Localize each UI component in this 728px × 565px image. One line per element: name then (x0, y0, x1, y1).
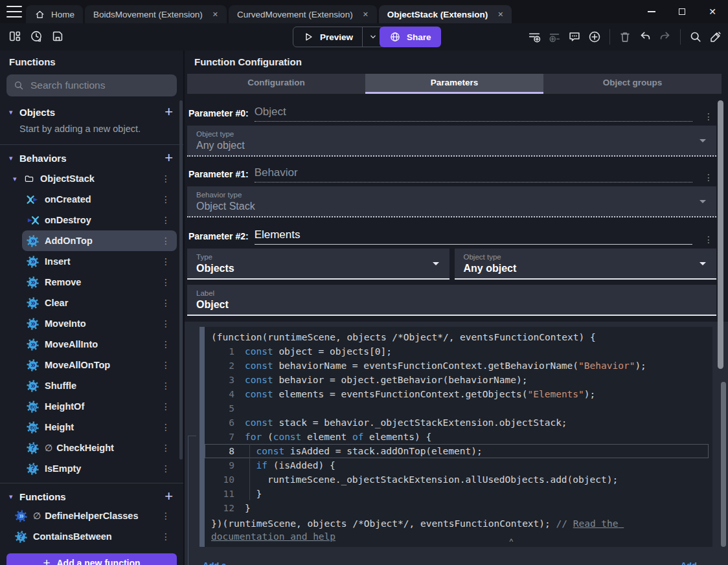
minimize-button[interactable] (645, 5, 658, 18)
kebab-menu-icon[interactable]: ⋮ (161, 511, 177, 521)
kebab-menu-icon[interactable]: ⋮ (161, 422, 177, 432)
parameter-name-input[interactable]: Elements (255, 228, 692, 245)
sidebar-item-insert[interactable]: »Insert⋮ (22, 251, 177, 272)
maximize-button[interactable] (676, 5, 688, 18)
section-behaviors[interactable]: ▾ Behaviors + (0, 149, 183, 167)
sidebar-item-clear[interactable]: »Clear⋮ (22, 293, 177, 313)
add-event-partial-link[interactable]: Add a (203, 560, 226, 565)
chevron-down-icon[interactable]: ▾ (13, 175, 22, 183)
hamburger-menu-icon[interactable] (6, 6, 22, 17)
save-icon[interactable] (51, 29, 65, 43)
code-editor[interactable]: (function(runtimeScene, objects /*Object… (205, 327, 712, 547)
share-button[interactable]: Share (380, 27, 441, 47)
parameter-name-input[interactable]: Behavior (255, 166, 692, 183)
parameters-scrollbar[interactable] (718, 100, 723, 369)
add-other-event-icon[interactable] (587, 30, 602, 44)
search-input[interactable] (30, 80, 170, 91)
tab-configuration[interactable]: Configuration (187, 74, 365, 92)
kebab-menu-icon[interactable]: ⋮ (704, 172, 715, 183)
parameter-label: Parameter #2: (188, 231, 249, 245)
code-text: for (const element of elements) { (245, 430, 431, 444)
kebab-menu-icon[interactable]: ⋮ (161, 463, 177, 474)
parameter-name-input[interactable]: Object (255, 105, 692, 122)
js-code-event[interactable]: (function(runtimeScene, objects /*Object… (199, 327, 712, 547)
parameter-type-select[interactable]: Type Objects (187, 249, 449, 280)
sidebar-item-containsbetween[interactable]: ?ContainsBetween⋮ (10, 526, 177, 547)
kebab-menu-icon[interactable]: ⋮ (161, 277, 177, 287)
preview-button[interactable]: Preview (293, 27, 384, 47)
object-type-select[interactable]: Object type Any object (187, 126, 716, 157)
chevron-down-icon[interactable]: ▾ (9, 154, 18, 162)
kebab-menu-icon[interactable]: ⋮ (161, 339, 177, 349)
kebab-menu-icon[interactable]: ⋮ (704, 111, 715, 122)
edit-function-icon[interactable] (709, 30, 723, 44)
close-tab-icon[interactable]: ✕ (497, 10, 503, 19)
toggle-panels-icon[interactable] (8, 29, 22, 43)
tab-objectstack[interactable]: ObjectStack (Extension) ✕ (379, 5, 512, 23)
tab-curvedmovement[interactable]: CurvedMovement (Extension) ✕ (229, 5, 377, 23)
kebab-menu-icon[interactable]: ⋮ (161, 531, 177, 542)
kebab-menu-icon[interactable]: ⋮ (161, 256, 177, 267)
object-type-select-2[interactable]: Object type Any object (455, 249, 717, 280)
delete-icon[interactable] (618, 30, 632, 44)
close-tab-icon[interactable]: ✕ (363, 10, 369, 19)
kebab-menu-icon[interactable]: ⋮ (161, 236, 177, 246)
search-events-icon[interactable] (688, 30, 703, 44)
sidebar-item-definehelperclasses[interactable]: »∅DefineHelperClasses⋮ (10, 505, 177, 526)
close-tab-icon[interactable]: ✕ (212, 10, 218, 19)
kebab-menu-icon[interactable]: ⋮ (161, 173, 177, 184)
add-object-button[interactable]: + (162, 105, 176, 118)
search-box[interactable] (6, 74, 177, 96)
tab-home[interactable]: Home (26, 5, 83, 23)
add-comment-icon[interactable] (567, 30, 582, 44)
field-label: Behavior type (196, 191, 707, 199)
sidebar-item-oncreated[interactable]: onCreated⋮ (22, 189, 177, 210)
kebab-menu-icon[interactable]: ⋮ (704, 234, 715, 245)
kebab-menu-icon[interactable]: ⋮ (161, 360, 177, 370)
kebab-menu-icon[interactable]: ⋮ (161, 401, 177, 412)
sidebar-item-isempty[interactable]: ?IsEmpty⋮ (22, 458, 177, 479)
section-objects[interactable]: ▾ Objects + (0, 103, 183, 121)
undo-icon[interactable] (638, 30, 652, 44)
kebab-menu-icon[interactable]: ⋮ (161, 318, 177, 329)
sidebar-item-addontop[interactable]: »AddOnTop⋮ (22, 230, 177, 251)
kebab-menu-icon[interactable]: ⋮ (161, 381, 177, 391)
add-function-plus-button[interactable]: + (162, 490, 176, 503)
behavior-type-select[interactable]: Behavior type Object Stack (187, 186, 716, 217)
tab-object-groups[interactable]: Object groups (543, 74, 722, 92)
tab-parameters[interactable]: Parameters (365, 74, 543, 94)
add-new-function-button[interactable]: + Add a new function (6, 553, 177, 565)
sidebar-item-ondestroy[interactable]: onDestroy⋮ (22, 210, 177, 230)
close-window-button[interactable]: ✕ (706, 5, 719, 18)
chevron-down-icon[interactable]: ▾ (9, 108, 18, 116)
kebab-menu-icon[interactable]: ⋮ (161, 194, 177, 205)
kebab-menu-icon[interactable]: ⋮ (161, 443, 177, 453)
code-scrollbar[interactable] (721, 382, 726, 547)
add-subevent-icon[interactable] (547, 30, 562, 44)
kebab-menu-icon[interactable]: ⋮ (161, 298, 177, 308)
sidebar-scrollbar[interactable] (179, 100, 183, 460)
kebab-menu-icon[interactable]: ⋮ (161, 215, 177, 225)
sidebar-item-moveallontop[interactable]: »MoveAllOnTop⋮ (22, 355, 177, 375)
tab-boidsmovement[interactable]: BoidsMovement (Extension) ✕ (85, 5, 227, 23)
history-icon[interactable] (29, 29, 43, 43)
event-drag-handle[interactable] (199, 327, 205, 547)
sidebar-item-moveinto[interactable]: »MoveInto⋮ (22, 313, 177, 334)
redo-icon[interactable] (658, 30, 672, 44)
dropdown-arrow-icon (700, 200, 706, 206)
sidebar-item-remove[interactable]: »Remove⋮ (22, 272, 177, 293)
sidebar-item-checkheight[interactable]: ?∅CheckHeight⋮ (22, 438, 177, 458)
sidebar-item-height[interactable]: f(x)Height⋮ (22, 417, 177, 438)
chevron-down-icon[interactable]: ▾ (9, 493, 18, 501)
add-event-partial-link-right[interactable]: Add (681, 560, 697, 565)
label-field[interactable]: Label Object (187, 285, 716, 316)
project-tabs: Home BoidsMovement (Extension) ✕ CurvedM… (26, 5, 512, 23)
add-behavior-button[interactable]: + (162, 151, 176, 164)
sidebar-item-moveallinto[interactable]: »MoveAllInto⋮ (22, 334, 177, 355)
behavior-folder-objectstack[interactable]: ▾ ObjectStack ⋮ (13, 168, 177, 189)
sidebar-item-heightof[interactable]: f(x)HeightOf⋮ (22, 396, 177, 417)
section-functions[interactable]: ▾ Functions + (0, 487, 183, 505)
private-icon: ∅ (45, 443, 52, 453)
sidebar-item-shuffle[interactable]: »Shuffle⋮ (22, 375, 177, 396)
add-event-icon[interactable] (527, 30, 541, 44)
